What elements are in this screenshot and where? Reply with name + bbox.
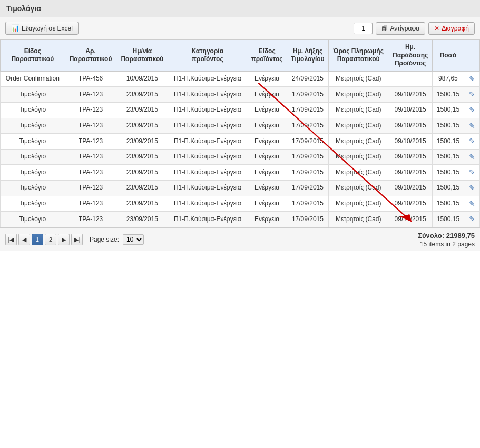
cell-edit: ✎ [464,196,480,212]
cell-poso: 987,65 [432,71,464,87]
cell-eidos: Τιμολόγιο [1,134,65,150]
table-row: ΤιμολόγιοTPA-12323/09/2015Π1-Π.Καύσιμα-Ε… [1,149,480,165]
cell-poso: 1500,15 [432,134,464,150]
cell-oros: Μετρητοίς (Cad) [329,180,388,196]
data-table: ΕίδοςΠαραστατικού Αρ.Παραστατικού Ημ/νία… [0,39,480,227]
cell-poso: 1500,15 [432,180,464,196]
col-kat-proiontos: Κατηγορίαπροϊόντος [168,40,247,72]
cell-eidos-pr: Ενέργεια [247,71,287,87]
pagination-next-button[interactable]: ▶ [58,234,70,245]
cell-hm-lixis: 24/09/2015 [287,71,328,87]
export-excel-button[interactable]: 📊 Εξαγωγή σε Excel [5,22,79,35]
cell-kat: Π1-Π.Καύσιμα-Ενέργεια [168,134,247,150]
cell-poso: 1500,15 [432,212,464,227]
table-row: ΤιμολόγιοTPA-12323/09/2015Π1-Π.Καύσιμα-Ε… [1,196,480,212]
cell-eidos: Order Confirmation [1,71,65,87]
cell-hm-par: 23/09/2015 [116,149,168,165]
cell-eidos: Τιμολόγιο [1,102,65,118]
cell-hm-lixis: 17/09/2015 [287,134,328,150]
delete-button[interactable]: ✕ Διαγραφή [428,22,475,35]
copy-icon: 🗐 [381,25,388,32]
cell-edit: ✎ [464,165,480,181]
page-title: Τιμολόγια [0,0,480,17]
pagination-page-1-button[interactable]: 1 [32,234,43,245]
cell-kat: Π1-Π.Καύσιμα-Ενέργεια [168,87,247,103]
col-eidos-parastatikou: ΕίδοςΠαραστατικού [1,40,65,72]
table-row: ΤιμολόγιοTPA-12323/09/2015Π1-Π.Καύσιμα-Ε… [1,102,480,118]
pagination-prev-button[interactable]: ◀ [18,234,30,245]
cell-oros: Μετρητοίς (Cad) [329,134,388,150]
copy-button[interactable]: 🗐 Αντίγραφα [376,22,425,35]
total-label: Σύνολο: 21989,75 [418,232,475,240]
cell-hm-lixis: 17/09/2015 [287,102,328,118]
pagination-first-button[interactable]: |◀ [5,234,17,245]
col-poso: Ποσό [432,40,464,72]
cell-ar: TPA-123 [65,196,116,212]
cell-eidos: Τιμολόγιο [1,212,65,227]
cell-oros: Μετρητοίς (Cad) [329,149,388,165]
cell-ar: TPA-123 [65,180,116,196]
table-footer: |◀ ◀ 1 2 ▶ ▶| Page size: 10 20 50 Σύνολο… [0,227,480,251]
cell-hm-lixis: 17/09/2015 [287,87,328,103]
cell-hm-par: 23/09/2015 [116,118,168,134]
cell-eidos: Τιμολόγιο [1,196,65,212]
cell-hm-par2 [388,71,432,87]
cell-hm-par2: 09/10/2015 [388,149,432,165]
page-number-input[interactable] [354,23,373,34]
col-actions [464,40,480,72]
pagination-last-button[interactable]: ▶| [71,234,83,245]
cell-poso: 1500,15 [432,165,464,181]
cell-poso: 1500,15 [432,196,464,212]
cell-eidos: Τιμολόγιο [1,149,65,165]
page-size-select[interactable]: 10 20 50 [123,234,144,245]
cell-hm-par2: 09/10/2015 [388,118,432,134]
cell-oros: Μετρητοίς (Cad) [329,102,388,118]
cell-hm-par: 23/09/2015 [116,165,168,181]
cell-hm-lixis: 17/09/2015 [287,212,328,227]
cell-hm-par: 23/09/2015 [116,102,168,118]
edit-icon[interactable]: ✎ [469,90,475,98]
table-row: ΤιμολόγιοTPA-12323/09/2015Π1-Π.Καύσιμα-Ε… [1,134,480,150]
edit-icon[interactable]: ✎ [469,184,475,192]
edit-icon[interactable]: ✎ [469,137,475,145]
cell-eidos: Τιμολόγιο [1,118,65,134]
cell-kat: Π1-Π.Καύσιμα-Ενέργεια [168,165,247,181]
cell-eidos-pr: Ενέργεια [247,196,287,212]
cell-hm-par2: 09/10/2015 [388,196,432,212]
cell-kat: Π1-Π.Καύσιμα-Ενέργεια [168,118,247,134]
edit-icon[interactable]: ✎ [469,75,475,83]
cell-eidos: Τιμολόγιο [1,180,65,196]
cell-poso: 1500,15 [432,87,464,103]
cell-eidos-pr: Ενέργεια [247,180,287,196]
delete-icon: ✕ [434,25,439,32]
cell-poso: 1500,15 [432,118,464,134]
cell-hm-lixis: 17/09/2015 [287,180,328,196]
table-body: Order ConfirmationTPA-45610/09/2015Π1-Π.… [1,71,480,227]
edit-icon[interactable]: ✎ [469,168,475,176]
cell-edit: ✎ [464,102,480,118]
edit-icon[interactable]: ✎ [469,215,475,223]
cell-eidos-pr: Ενέργεια [247,212,287,227]
cell-ar: TPA-123 [65,149,116,165]
cell-oros: Μετρητοίς (Cad) [329,87,388,103]
cell-hm-lixis: 17/09/2015 [287,196,328,212]
cell-ar: TPA-123 [65,212,116,227]
edit-icon[interactable]: ✎ [469,106,475,114]
page-size-label: Page size: [90,236,119,243]
col-hm-paradosis: Ημ.ΠαράδοσηςΠροϊόντος [388,40,432,72]
edit-icon[interactable]: ✎ [469,200,475,208]
pagination-page-2-button[interactable]: 2 [45,234,56,245]
col-ar-parastatikou: Αρ.Παραστατικού [65,40,116,72]
col-eidos-proiontos: Είδοςπροϊόντος [247,40,287,72]
excel-icon: 📊 [11,24,19,32]
cell-eidos-pr: Ενέργεια [247,118,287,134]
cell-edit: ✎ [464,87,480,103]
edit-icon[interactable]: ✎ [469,153,475,161]
cell-edit: ✎ [464,118,480,134]
cell-kat: Π1-Π.Καύσιμα-Ενέργεια [168,212,247,227]
cell-eidos-pr: Ενέργεια [247,165,287,181]
cell-kat: Π1-Π.Καύσιμα-Ενέργεια [168,196,247,212]
cell-edit: ✎ [464,134,480,150]
edit-icon[interactable]: ✎ [469,122,475,130]
cell-edit: ✎ [464,149,480,165]
